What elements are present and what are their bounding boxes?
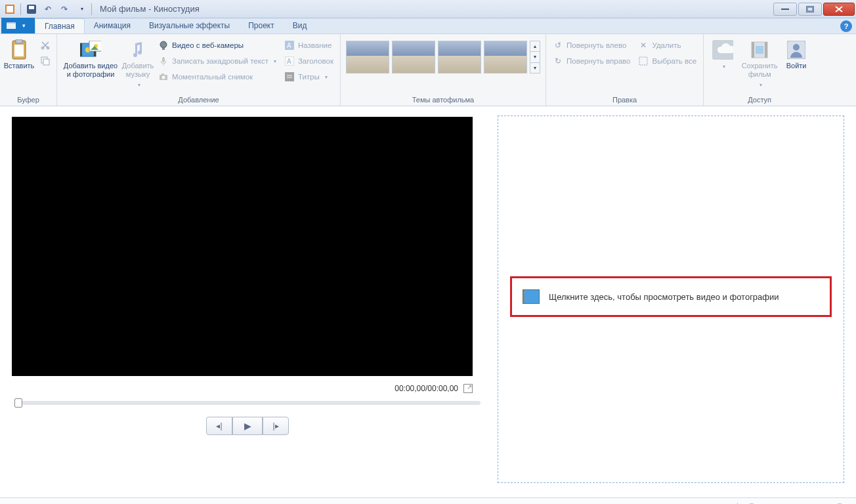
content-area: 00:00,00/00:00,00 ◂| ▶ |▸ Щелкните здесь… [0, 106, 856, 497]
playback-controls: ◂| ▶ |▸ [12, 417, 483, 435]
help-icon[interactable]: ? [840, 20, 852, 32]
svg-text:A: A [287, 58, 291, 65]
ribbon: Вставить Буфер Добавить видео и фотограф… [0, 34, 856, 106]
fullscreen-icon[interactable] [463, 384, 473, 393]
scissors-icon [41, 41, 50, 50]
caption-button[interactable]: AНазвание [282, 38, 336, 52]
camera-icon [158, 72, 169, 82]
webcam-label: Видео с веб-камеры [172, 41, 244, 49]
microphone-icon [158, 56, 169, 66]
rotate-left-label: Повернуть влево [567, 41, 626, 49]
copy-icon [41, 56, 50, 66]
title-button[interactable]: AЗаголовок [282, 54, 336, 68]
save-icon[interactable] [24, 2, 39, 16]
save-movie-label: Сохранить фильм [742, 62, 778, 79]
rotate-left-button[interactable]: ↺Повернуть влево [550, 38, 633, 52]
svg-rect-10 [16, 39, 22, 43]
add-media-button[interactable]: Добавить видео и фотографии [61, 38, 120, 80]
tab-visual-effects[interactable]: Визуальные эффекты [140, 18, 239, 33]
titlebar: ↶ ↷ Мой фильм - Киностудия [0, 0, 856, 18]
credits-button[interactable]: Титры [282, 70, 336, 84]
slider-handle[interactable] [14, 398, 22, 408]
webcam-icon [158, 40, 169, 51]
window-title: Мой фильм - Киностудия [100, 4, 200, 14]
theme-thumb[interactable] [346, 41, 389, 74]
preview-time-row: 00:00,00/00:00,00 [12, 384, 483, 393]
paste-button[interactable]: Вставить [4, 38, 34, 72]
play-button[interactable]: ▶ [232, 417, 263, 435]
filmstrip-picture-icon [80, 39, 101, 60]
svg-rect-41 [765, 42, 767, 58]
share-cloud-button[interactable] [708, 38, 738, 72]
svg-rect-8 [7, 22, 16, 24]
svg-rect-1 [7, 6, 13, 12]
svg-rect-17 [80, 43, 82, 56]
snapshot-label: Моментальный снимок [172, 73, 253, 81]
signin-button[interactable]: Войти [781, 38, 811, 72]
film-save-icon [749, 39, 770, 60]
redo-icon[interactable]: ↷ [57, 2, 72, 16]
ribbon-group-buffer: Вставить Буфер [0, 34, 57, 106]
file-tab[interactable] [1, 18, 35, 33]
themes-gallery-more[interactable]: ▴▾▾ [530, 41, 540, 74]
group-label: Доступ [708, 94, 811, 106]
group-label: Темы автофильма [345, 94, 542, 106]
tab-home[interactable]: Главная [35, 18, 85, 33]
svg-rect-11 [14, 45, 24, 56]
svg-rect-15 [43, 59, 49, 65]
playback-slider[interactable] [14, 401, 481, 405]
drop-hint-text: Щелкните здесь, чтобы просмотреть видео … [549, 292, 779, 302]
tab-project[interactable]: Проект [239, 18, 284, 33]
rotate-right-label: Повернуть вправо [567, 57, 631, 65]
app-icon[interactable] [3, 2, 17, 16]
delete-button[interactable]: ✕Удалить [635, 38, 699, 52]
qat-customize-icon[interactable] [74, 2, 88, 16]
cut-button[interactable] [38, 38, 53, 52]
narration-label: Записать закадровый текст [172, 57, 268, 65]
caption-label: Название [298, 41, 332, 49]
dropdown-icon [758, 80, 762, 89]
separator [20, 3, 21, 15]
theme-thumb[interactable] [392, 41, 435, 74]
close-button[interactable] [823, 3, 855, 16]
svg-rect-24 [162, 48, 165, 50]
next-frame-button[interactable]: |▸ [263, 417, 289, 435]
ribbon-group-themes: ▴▾▾ Темы автофильма [341, 34, 546, 106]
group-label: Буфер [4, 94, 53, 106]
theme-thumb[interactable] [438, 41, 481, 74]
separator [91, 3, 92, 15]
webcam-button[interactable]: Видео с веб-камеры [156, 38, 279, 52]
narration-button[interactable]: Записать закадровый текст [156, 54, 279, 68]
statusbar: − + [0, 497, 856, 504]
rotate-left-icon: ↺ [553, 40, 563, 51]
time-display: 00:00,00/00:00,00 [395, 384, 458, 393]
user-icon [786, 39, 807, 60]
svg-point-28 [162, 76, 165, 79]
text-credits-icon [284, 72, 295, 82]
add-media-label: Добавить видео и фотографии [62, 62, 119, 79]
prev-frame-button[interactable]: ◂| [206, 417, 232, 435]
theme-thumb[interactable] [484, 41, 527, 74]
video-preview[interactable] [12, 117, 473, 376]
save-movie-button[interactable]: Сохранить фильм [740, 38, 779, 91]
timeline-drop-area[interactable]: Щелкните здесь, чтобы просмотреть видео … [498, 116, 844, 483]
signin-label: Войти [786, 62, 807, 70]
maximize-button[interactable] [798, 3, 822, 16]
ribbon-tabs: Главная Анимация Визуальные эффекты Прое… [0, 18, 856, 34]
tab-view[interactable]: Вид [284, 18, 316, 33]
undo-icon[interactable]: ↶ [41, 2, 55, 16]
add-music-button[interactable]: Добавить музыку [123, 38, 153, 91]
svg-rect-25 [162, 57, 165, 62]
rotate-right-button[interactable]: ↻Повернуть вправо [550, 54, 633, 68]
ribbon-group-access: Сохранить фильм Войти Доступ [704, 34, 815, 106]
ribbon-group-adding: Добавить видео и фотографии Добавить муз… [57, 34, 341, 106]
snapshot-button[interactable]: Моментальный снимок [156, 70, 279, 84]
select-all-icon [638, 56, 649, 66]
select-all-button[interactable]: Выбрать все [635, 54, 699, 68]
minimize-button[interactable] [773, 3, 797, 16]
drop-hint[interactable]: Щелкните здесь, чтобы просмотреть видео … [510, 276, 832, 317]
dropdown-icon [721, 62, 725, 71]
tab-animation[interactable]: Анимация [85, 18, 140, 33]
svg-point-44 [793, 44, 800, 51]
copy-button[interactable] [38, 54, 53, 68]
